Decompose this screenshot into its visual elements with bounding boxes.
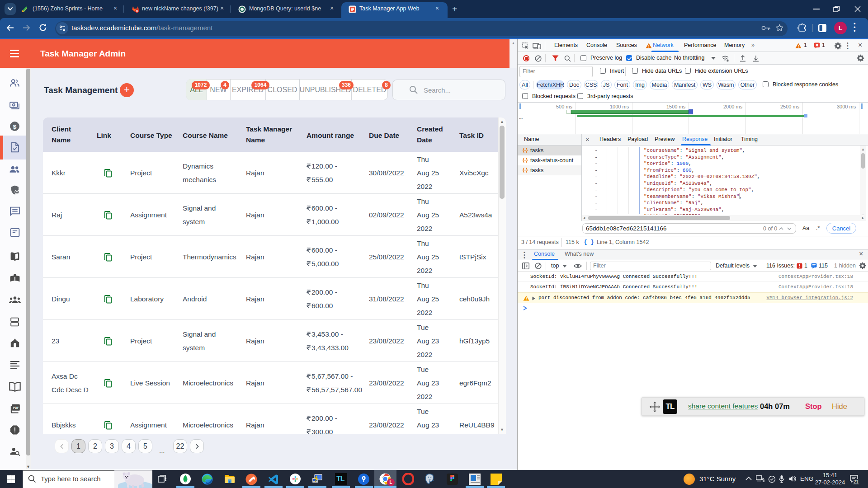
svg-text:PDF: PDF xyxy=(13,406,19,409)
svg-text:$: $ xyxy=(13,123,17,130)
